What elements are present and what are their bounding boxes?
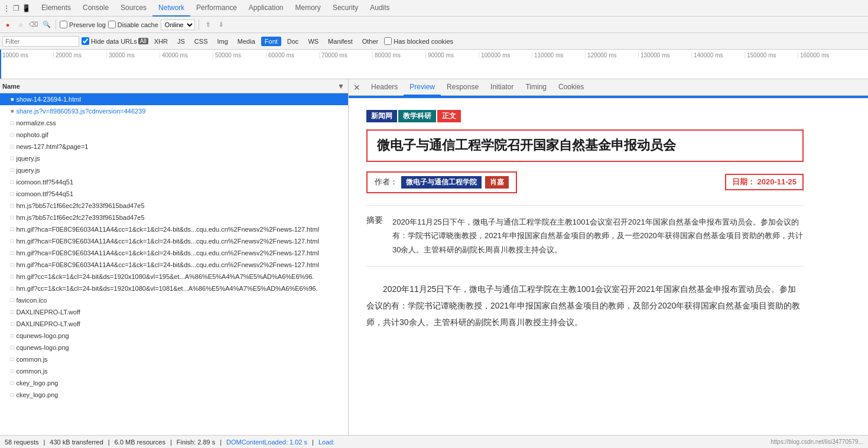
list-item[interactable]: □ normalize.css (0, 117, 348, 129)
list-item[interactable]: □ icomoon.ttf?544q51 (0, 176, 348, 188)
list-item[interactable]: □ jquery.js (0, 152, 348, 164)
tick-6: 70000 ms (319, 52, 372, 59)
item-icon: □ (11, 155, 14, 161)
tab-security[interactable]: Security (327, 0, 364, 17)
filter-doc[interactable]: Doc (284, 37, 303, 46)
tab-console[interactable]: Console (77, 0, 115, 17)
preserve-log-checkbox[interactable] (60, 21, 67, 28)
tab-response[interactable]: Response (441, 79, 485, 96)
filter-font[interactable]: Font (261, 37, 281, 46)
tab-cookies[interactable]: Cookies (552, 79, 590, 96)
tab-application[interactable]: Application (243, 0, 290, 17)
list-item[interactable]: □ common.js (0, 353, 348, 365)
tick-12: 130000 ms (638, 52, 691, 59)
clear-btn[interactable]: ○ (15, 20, 26, 30)
filter-ws[interactable]: WS (304, 37, 322, 46)
tick-15: 160000 ms (798, 52, 851, 59)
item-name: jquery.js (16, 167, 40, 174)
status-sep2: | (108, 439, 110, 446)
status-load: Load: (318, 439, 335, 446)
close-preview-btn[interactable]: ✕ (351, 82, 363, 93)
filter-media[interactable]: Media (234, 37, 259, 46)
tab-initiator[interactable]: Initiator (485, 79, 519, 96)
import-btn[interactable]: ⇧ (203, 20, 213, 30)
throttle-select[interactable]: Online (161, 20, 195, 30)
list-item[interactable]: □ ckey_logo.png (0, 389, 348, 401)
tab-elements[interactable]: Elements (35, 0, 77, 17)
record-btn[interactable]: ● (2, 20, 13, 30)
filter-js[interactable]: JS (174, 37, 188, 46)
main-content: Name ▼ ■ show-14-23694-1.html ■ share.js… (0, 79, 868, 435)
list-item[interactable]: □ hm.gif?hca=F0E8C9E6034A11A4&cc=1&ck=1&… (0, 259, 348, 271)
tab-headers[interactable]: Headers (365, 79, 404, 96)
list-item[interactable]: □ hm.gif?cc=1&ck=1&cl=24-bit&ds=1920x108… (0, 283, 348, 294)
item-icon: □ (11, 120, 14, 126)
list-item[interactable]: □ hm.gif?cc=1&ck=1&cl=24-bit&ds=1920x108… (0, 271, 348, 283)
preview-content[interactable]: 新闻网 教学科研 正文 微电子与通信工程学院召开国家自然基金申报动员会 作者： … (349, 96, 868, 435)
filter-input[interactable] (2, 36, 79, 47)
hide-data-urls-label[interactable]: Hide data URLs (82, 37, 137, 45)
list-item[interactable]: ■ share.js?v=89860593.js?cdnversion=4462… (0, 105, 348, 117)
list-item[interactable]: □ hm.js?bb57c1f66ec2fc27e393f9615bad47e5 (0, 212, 348, 223)
filter-manifest[interactable]: Manifest (324, 37, 356, 46)
list-item[interactable]: □ DAXLINEPRO-LT.woff (0, 318, 348, 330)
list-item[interactable]: □ hm.js?bb57c1f66ec2fc27e393f9615bad47e5 (0, 200, 348, 212)
hide-data-urls-checkbox[interactable] (82, 37, 89, 45)
tab-network[interactable]: Network (152, 0, 190, 17)
timeline-bar: 10000 ms 20000 ms 30000 ms 40000 ms 5000… (0, 50, 868, 79)
list-item[interactable]: □ nophoto.gif (0, 129, 348, 141)
inspect-icon[interactable]: ❐ (13, 4, 19, 12)
tab-timing[interactable]: Timing (519, 79, 552, 96)
list-item[interactable]: □ ckey_logo.png (0, 377, 348, 389)
disable-cache-label[interactable]: Disable cache (108, 21, 158, 28)
abstract-label: 摘要 (366, 215, 383, 257)
item-name: cqunews-logo.png (16, 344, 69, 351)
filter-other[interactable]: Other (359, 37, 382, 46)
list-sort-btn[interactable]: ▼ (336, 82, 346, 91)
item-icon: ■ (11, 108, 14, 114)
list-item[interactable]: □ hm.gif?hca=F0E8C9E6034A11A4&cc=1&ck=1&… (0, 247, 348, 259)
list-item[interactable]: □ favicon.ico (0, 294, 348, 306)
tab-audits[interactable]: Audits (364, 0, 395, 17)
item-name: common.js (16, 368, 47, 375)
list-item[interactable]: □ DAXLINEPRO-LT.woff (0, 306, 348, 318)
tab-memory[interactable]: Memory (290, 0, 327, 17)
list-item[interactable]: □ icomoon.ttf?544q51 (0, 188, 348, 200)
list-item[interactable]: □ common.js (0, 365, 348, 377)
tab-performance[interactable]: Performance (190, 0, 243, 17)
author-section: 作者： 微电子与通信工程学院 肖嘉 (366, 171, 517, 193)
filter-img[interactable]: Img (213, 37, 231, 46)
tab-sources[interactable]: Sources (115, 0, 152, 17)
filter-icon-btn[interactable]: ⌫ (28, 20, 39, 30)
devtools-icon[interactable]: ⋮ (2, 4, 11, 13)
network-toolbar: ● ○ ⌫ 🔍 Preserve log Disable cache Onlin… (0, 17, 868, 33)
preview-tabs: ✕ Headers Preview Response Initiator Tim… (349, 79, 868, 96)
device-icon[interactable]: 📱 (22, 4, 31, 12)
filter-css[interactable]: CSS (191, 37, 212, 46)
preserve-log-label[interactable]: Preserve log (60, 21, 106, 28)
item-icon: □ (11, 321, 14, 327)
item-name: cqunews-logo.png (16, 332, 69, 339)
filter-xhr[interactable]: XHR (151, 37, 171, 46)
list-item[interactable]: ■ show-14-23694-1.html (0, 93, 348, 105)
list-item[interactable]: □ news-127.html?&page=1 (0, 141, 348, 152)
export-btn[interactable]: ⇩ (216, 20, 226, 30)
date-label: 日期： (732, 177, 755, 186)
list-header: Name ▼ (0, 79, 348, 93)
item-icon: □ (11, 309, 14, 315)
list-item[interactable]: □ hm.gif?hca=F0E8C9E6034A11A4&cc=1&ck=1&… (0, 235, 348, 247)
list-item[interactable]: □ hm.gif?hca=F0E8C9E6034A11A4&cc=1&ck=1&… (0, 223, 348, 235)
has-blocked-checkbox[interactable] (384, 37, 392, 45)
status-finish: Finish: 2.89 s (177, 439, 215, 446)
list-item[interactable]: □ cqunews-logo.png (0, 342, 348, 353)
disable-cache-checkbox[interactable] (108, 21, 116, 28)
tab-preview[interactable]: Preview (404, 79, 441, 96)
all-badge: All (138, 38, 148, 44)
has-blocked-label[interactable]: Has blocked cookies (384, 37, 453, 45)
search-btn[interactable]: 🔍 (41, 20, 52, 30)
list-item[interactable]: □ jquery.js (0, 164, 348, 176)
item-icon: □ (11, 392, 14, 398)
article-body: 2020年11月25日下午，微电子与通信工程学院在主教1001会议室召开2021… (366, 281, 804, 330)
list-item[interactable]: □ cqunews-logo.png (0, 330, 348, 342)
item-name: jquery.js (16, 155, 40, 162)
